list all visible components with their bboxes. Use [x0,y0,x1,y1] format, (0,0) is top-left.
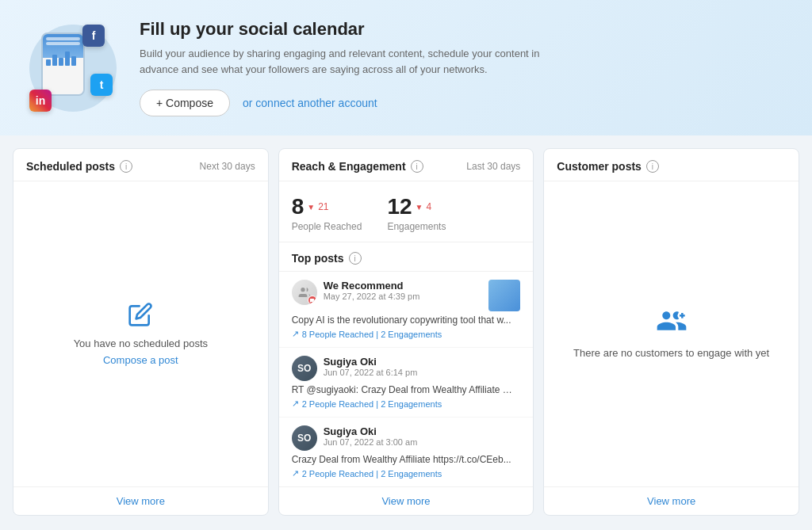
scheduled-posts-card: Scheduled posts i Next 30 days You have … [13,148,269,516]
post-avatar-sugiya-1: SO [292,356,317,381]
post-stats-text-2: 2 People Reached | 2 Engagements [302,399,442,409]
post-content-2: RT @sugiyaoki: Crazy Deal from Wealthy A… [292,384,514,395]
post-item-3: SO Sugiya Oki Jun 07, 2022 at 3:00 am Cr… [279,418,534,486]
scheduled-posts-title: Scheduled posts [26,160,115,173]
customer-posts-card: Customer posts i There are no customers … [543,148,799,516]
post-item-2: SO Sugiya Oki Jun 07, 2022 at 6:14 pm RT… [279,348,534,418]
post-author-1: We Recommend [324,280,483,292]
post-author-3: Sugiya Oki [324,425,521,437]
reach-header: Reach & Engagement i Last 30 days [279,149,534,181]
people-reached-label: People Reached [292,221,362,232]
post-avatar-recommend [292,280,317,305]
reach-view-more[interactable]: View more [381,495,430,507]
add-customer-icon [656,305,688,339]
reach-inner: 8 ▼ 21 People Reached 12 ▼ 4 Engagements [279,181,534,486]
scheduled-view-more[interactable]: View more [117,495,165,507]
hero-illustration: f t in [25,21,121,116]
people-reached-main: 8 ▼ 21 [292,194,362,219]
hero-title: Fill up your social calendar [140,19,787,40]
reach-body: 8 ▼ 21 People Reached 12 ▼ 4 Engagements [279,181,534,486]
engagements-number: 12 [387,194,412,219]
post-header-row-2: SO Sugiya Oki Jun 07, 2022 at 6:14 pm [292,356,521,381]
post-author-2: Sugiya Oki [324,356,521,368]
customer-info-icon[interactable]: i [646,160,659,173]
top-posts-header: Top posts i [279,242,534,272]
reach-title-row: Reach & Engagement i [292,160,423,173]
post-header-row-3: SO Sugiya Oki Jun 07, 2022 at 3:00 am [292,425,521,451]
connect-account-button[interactable]: or connect another account [243,97,377,109]
reach-footer: View more [279,486,534,515]
facebook-icon: f [82,25,105,47]
post-stats-1: ↗ 8 People Reached | 2 Engagements [292,329,521,339]
scheduled-title-row: Scheduled posts i [26,160,132,173]
hero-content: Fill up your social calendar Build your … [140,19,787,116]
people-reached-number: 8 [292,194,304,219]
pencil-icon [128,302,153,330]
post-stats-3: ↗ 2 People Reached | 2 Engagements [292,468,521,479]
post-date-2: Jun 07, 2022 at 6:14 pm [324,368,521,377]
engagements-main: 12 ▼ 4 [387,194,446,219]
post-item: We Recommend May 27, 2022 at 4:39 pm Cop… [279,272,534,348]
customer-body: There are no customers to engage with ye… [544,181,799,486]
scheduled-posts-header: Scheduled posts i Next 30 days [13,149,268,181]
post-stats-text-1: 8 People Reached | 2 Engagements [302,330,442,339]
post-date-3: Jun 07, 2022 at 3:00 am [324,437,521,447]
compose-button[interactable]: + Compose [140,90,230,116]
hero-subtitle: Build your audience by sharing engaging … [140,46,552,77]
svg-point-0 [301,288,304,292]
post-stats-2: ↗ 2 People Reached | 2 Engagements [292,398,521,409]
engagements-label: Engagements [387,221,446,232]
twitter-icon: t [90,74,113,96]
customer-view-more[interactable]: View more [647,495,695,507]
people-reached-arrow: ▼ [307,203,315,212]
scheduled-posts-body: You have no scheduled posts Compose a po… [13,181,268,486]
compose-post-link[interactable]: Compose a post [103,354,178,366]
top-posts-info-icon[interactable]: i [349,252,362,265]
customer-footer: View more [544,486,799,515]
post-avatar-sugiya-2: SO [292,425,317,451]
post-header-row: We Recommend May 27, 2022 at 4:39 pm [292,280,521,311]
avatar-sugiya-icon-2: SO [292,425,317,451]
scheduled-footer: View more [13,486,268,515]
hero-actions: + Compose or connect another account [140,90,787,116]
top-posts-section: Top posts i [279,242,534,486]
reach-meta: Last 30 days [466,161,520,172]
avatar-sugiya-icon-1: SO [292,356,317,381]
scheduled-empty-text: You have no scheduled posts [74,337,208,349]
people-reached-change: 21 [318,201,328,212]
customer-title-row: Customer posts i [557,160,659,173]
post-content-3: Crazy Deal from Wealthy Affiliate https:… [292,454,514,465]
post-thumb-1 [488,280,520,311]
stats-row: 8 ▼ 21 People Reached 12 ▼ 4 Engagements [279,181,534,242]
scheduled-meta: Next 30 days [200,161,255,172]
trend-up-icon-1: ↗ [292,329,299,339]
post-meta-2: Sugiya Oki Jun 07, 2022 at 6:14 pm [324,356,521,377]
post-date-1: May 27, 2022 at 4:39 pm [324,292,483,301]
customer-empty-text: There are no customers to engage with ye… [573,347,769,359]
engagements-change: 4 [426,201,431,212]
reach-engagement-card: Reach & Engagement i Last 30 days 8 ▼ 21… [278,148,534,516]
customer-title: Customer posts [557,160,642,173]
instagram-icon: in [29,90,52,112]
engagements-stat: 12 ▼ 4 Engagements [387,194,446,232]
trend-up-icon-3: ↗ [292,468,299,479]
customer-header: Customer posts i [544,149,799,181]
post-stats-text-3: 2 People Reached | 2 Engagements [302,469,442,479]
reach-title: Reach & Engagement [292,160,406,173]
post-meta-1: We Recommend May 27, 2022 at 4:39 pm [324,280,483,301]
people-reached-stat: 8 ▼ 21 People Reached [292,194,362,232]
trend-up-icon-2: ↗ [292,398,299,409]
engagements-arrow: ▼ [416,203,423,212]
top-posts-title: Top posts [292,252,344,265]
avatar-badge [308,296,317,305]
post-content-1: Copy AI is the revolutionary copywriting… [292,315,514,326]
hero-banner: f t in Fill up your social calendar Buil… [0,0,812,135]
main-grid: Scheduled posts i Next 30 days You have … [0,135,812,528]
scheduled-info-icon[interactable]: i [120,160,132,173]
post-meta-3: Sugiya Oki Jun 07, 2022 at 3:00 am [324,425,521,447]
reach-info-icon[interactable]: i [411,160,423,173]
